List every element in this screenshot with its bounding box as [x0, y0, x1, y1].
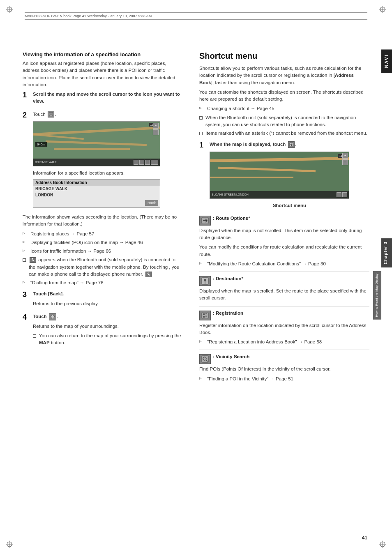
right-column: Shortcut menu Shortcuts allow you to per…: [195, 51, 369, 384]
page-number: 41: [362, 535, 367, 541]
r-map-icon-2: [342, 192, 347, 197]
corner-tl: [6, 6, 13, 14]
map-info-row1: BRICAGE WALK: [33, 186, 160, 192]
route-arrow-icon: ▹: [199, 260, 206, 266]
shortcut-icon: [288, 141, 295, 148]
corner-tr: [379, 6, 386, 14]
vicinity-search-body: Find POIs (Points Of Interest) in the vi…: [199, 366, 369, 373]
destination-icon: [199, 276, 211, 286]
right-bullet-sq-2: [199, 115, 203, 121]
svg-rect-22: [203, 316, 205, 318]
phone-icon-inline: [30, 257, 36, 263]
map-icon-1: [134, 160, 138, 165]
sq-icon-2: [199, 116, 203, 120]
right-bullet-sq-3: [199, 131, 203, 136]
left-column: Viewing the information of a specified l…: [23, 51, 195, 384]
step-2-number: 2: [23, 111, 31, 120]
destination-label: : Destination*: [213, 276, 243, 281]
left-intro: An icon appears at registered places (ho…: [23, 60, 183, 88]
map-icon-2: [139, 160, 144, 165]
step-4-sub: You can also return to the map of your s…: [33, 332, 183, 347]
registration-label: : Registration: [213, 311, 243, 315]
bullet-2: ▹ Displaying facilities (POI) icon on th…: [23, 239, 183, 246]
right-bullet-1: ▹ Changing a shortcut → Page 45: [199, 105, 369, 112]
route-options-arrow: ▹ "Modifying the Route Calculation Condi…: [199, 260, 369, 267]
left-map-overlay: + −: [153, 123, 159, 135]
svg-rect-25: [205, 316, 207, 317]
step-4-content: Touch . Returns to the map of your surro…: [33, 313, 183, 348]
phone-icon-inline2: [145, 272, 152, 277]
back-button[interactable]: Back: [145, 200, 158, 206]
map-icon-button: [48, 111, 54, 117]
right-intro-1: Shortcuts allow you to perform various t…: [199, 65, 369, 86]
bullet-5: ▹ "Dialling from the map" → Page 76: [23, 279, 183, 286]
step-2-content: Touch . 13:52 640m: [33, 111, 183, 211]
chapter-sub-tab: How to Read the Map Display: [373, 271, 381, 320]
right-step-1-number: 1: [199, 141, 208, 150]
reg-arrow-icon: ▹: [199, 339, 206, 344]
right-step-1: 1 When the map is displayed, touch .: [199, 141, 369, 212]
route-options-label: : Route Options*: [213, 216, 250, 221]
content-area: Viewing the information of a specified l…: [0, 51, 392, 384]
step-1-content: Scroll the map and move the scroll curso…: [33, 91, 183, 108]
right-map-image: 11:58 SLOANE STREET/LONDON + −: [210, 152, 349, 199]
corner-br: [379, 541, 386, 549]
map-icon-3: [145, 160, 150, 165]
bullet-arrow-1: ▹: [23, 230, 29, 236]
map-info-box: Address Book Information BRICAGE WALK LO…: [33, 179, 160, 208]
separator-3: [199, 350, 369, 350]
left-map-image: 13:52 640m BRICAGE WALK: [33, 121, 160, 166]
route-options-body: Displayed when the map is not scrolled. …: [199, 227, 369, 242]
map-distance: 640m: [35, 142, 47, 147]
bullet-arrow-3: ▹: [23, 248, 29, 253]
right-map-zoom-in: +: [342, 153, 348, 159]
registration-arrow: ▹ "Registering a Location into Address B…: [199, 339, 369, 345]
page-container: MAN-HD3-SOFTW-EN.book Page 41 Wednesday,…: [0, 0, 392, 555]
step-4-number: 4: [23, 313, 31, 322]
right-map-caption: Shortcut menu: [210, 202, 369, 209]
right-bullet-text-3: Items marked with an asterisk (*) cannot…: [205, 130, 367, 137]
registration-section: : Registration: [199, 311, 369, 320]
map-info-title: Address Book Information: [33, 180, 160, 186]
destination-body: Displayed when the map is scrolled. Set …: [199, 288, 369, 302]
map-zoom-in: +: [153, 123, 159, 129]
svg-rect-21: [203, 313, 205, 315]
route-arrow-text: "Modifying the Route Calculation Conditi…: [207, 260, 326, 267]
header-text: MAN-HD3-SOFTW-EN.book Page 41 Wednesday,…: [25, 14, 152, 18]
step-4-text: Returns to the map of your surroundings.: [33, 323, 183, 330]
bullet-arrow-2: ▹: [23, 239, 29, 244]
step-2: 2 Touch . 13:52: [23, 111, 183, 211]
step-3-label: Touch [Back].: [33, 290, 183, 297]
registration-body: Register information on the location ind…: [199, 322, 369, 336]
vicinity-arrow-text: "Finding a POI in the Vicinity" → Page 5…: [207, 375, 293, 382]
vicinity-search-icon: [199, 354, 211, 364]
separator-2: [199, 306, 369, 306]
map-ui-bar: BRICAGE WALK: [33, 159, 160, 166]
right-bullet-arrow-1: ▹: [199, 105, 206, 111]
step-3-content: Touch [Back]. Returns to the previous di…: [33, 290, 183, 310]
bullet-text-2: Displaying facilities (POI) icon on the …: [30, 239, 143, 246]
bullet-text-4: appears when the Bluetooth unit (sold se…: [29, 256, 183, 278]
step-2-text: Touch .: [33, 111, 183, 118]
r-map-icon-1: [337, 192, 341, 197]
svg-point-19: [204, 279, 206, 281]
bullet-1: ▹ Registering places → Page 57: [23, 230, 183, 237]
svg-rect-23: [205, 313, 207, 314]
svg-rect-20: [202, 312, 208, 319]
map-zoom-out: −: [153, 129, 159, 135]
chapter-tab: Chapter 3: [381, 238, 392, 267]
map-street-label: BRICAGE WALK: [35, 161, 57, 164]
right-bullet-3: Items marked with an asterisk (*) cannot…: [199, 130, 369, 137]
step-4-sub-text: You can also return to the map of your s…: [39, 332, 183, 347]
sq-icon-3: [199, 132, 203, 135]
bullet-arrow-5: ▹: [23, 279, 29, 285]
left-heading: Viewing the information of a specified l…: [23, 51, 183, 58]
right-bullet-text-1: Changing a shortcut → Page 45: [207, 105, 274, 112]
navi-tab: NAVI: [381, 49, 392, 73]
header-bar: MAN-HD3-SOFTW-EN.book Page 41 Wednesday,…: [25, 12, 367, 20]
separator-1: [199, 272, 369, 272]
registration-icon: [199, 311, 211, 320]
right-map-ui-bar: SLOANE STREET/LONDON: [210, 191, 349, 198]
bullet-text-1: Registering places → Page 57: [30, 230, 94, 237]
step-1: 1 Scroll the map and move the scroll cur…: [23, 91, 183, 108]
